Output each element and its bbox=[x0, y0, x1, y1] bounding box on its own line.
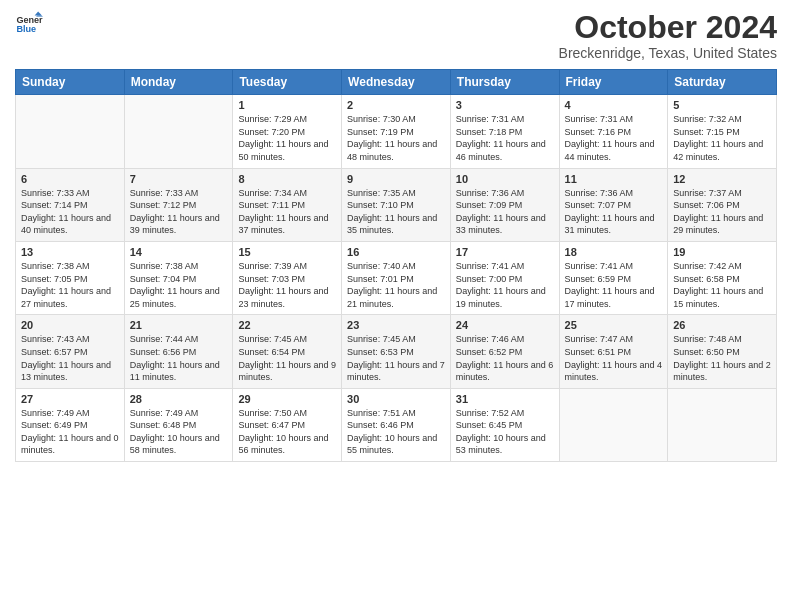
calendar-cell: 6Sunrise: 7:33 AMSunset: 7:14 PMDaylight… bbox=[16, 168, 125, 241]
day-info: Sunrise: 7:35 AMSunset: 7:10 PMDaylight:… bbox=[347, 187, 445, 237]
day-number: 12 bbox=[673, 173, 771, 185]
day-number: 20 bbox=[21, 319, 119, 331]
calendar-cell: 21Sunrise: 7:44 AMSunset: 6:56 PMDayligh… bbox=[124, 315, 233, 388]
calendar-cell: 8Sunrise: 7:34 AMSunset: 7:11 PMDaylight… bbox=[233, 168, 342, 241]
day-number: 2 bbox=[347, 99, 445, 111]
header: General Blue October 2024 Breckenridge, … bbox=[15, 10, 777, 61]
day-number: 5 bbox=[673, 99, 771, 111]
logo: General Blue bbox=[15, 10, 43, 38]
day-number: 23 bbox=[347, 319, 445, 331]
day-number: 1 bbox=[238, 99, 336, 111]
day-number: 19 bbox=[673, 246, 771, 258]
day-info: Sunrise: 7:31 AMSunset: 7:18 PMDaylight:… bbox=[456, 113, 554, 163]
calendar-cell bbox=[16, 95, 125, 168]
header-wednesday: Wednesday bbox=[342, 70, 451, 95]
calendar-cell bbox=[124, 95, 233, 168]
day-info: Sunrise: 7:32 AMSunset: 7:15 PMDaylight:… bbox=[673, 113, 771, 163]
calendar-cell: 27Sunrise: 7:49 AMSunset: 6:49 PMDayligh… bbox=[16, 388, 125, 461]
calendar-title: October 2024 bbox=[559, 10, 777, 45]
calendar-table: Sunday Monday Tuesday Wednesday Thursday… bbox=[15, 69, 777, 462]
day-info: Sunrise: 7:52 AMSunset: 6:45 PMDaylight:… bbox=[456, 407, 554, 457]
day-info: Sunrise: 7:44 AMSunset: 6:56 PMDaylight:… bbox=[130, 333, 228, 383]
day-info: Sunrise: 7:36 AMSunset: 7:07 PMDaylight:… bbox=[565, 187, 663, 237]
day-info: Sunrise: 7:45 AMSunset: 6:54 PMDaylight:… bbox=[238, 333, 336, 383]
calendar-cell: 19Sunrise: 7:42 AMSunset: 6:58 PMDayligh… bbox=[668, 241, 777, 314]
day-info: Sunrise: 7:43 AMSunset: 6:57 PMDaylight:… bbox=[21, 333, 119, 383]
day-info: Sunrise: 7:49 AMSunset: 6:49 PMDaylight:… bbox=[21, 407, 119, 457]
day-number: 4 bbox=[565, 99, 663, 111]
day-info: Sunrise: 7:41 AMSunset: 6:59 PMDaylight:… bbox=[565, 260, 663, 310]
page: General Blue October 2024 Breckenridge, … bbox=[0, 0, 792, 612]
day-number: 17 bbox=[456, 246, 554, 258]
day-info: Sunrise: 7:49 AMSunset: 6:48 PMDaylight:… bbox=[130, 407, 228, 457]
calendar-cell: 7Sunrise: 7:33 AMSunset: 7:12 PMDaylight… bbox=[124, 168, 233, 241]
day-number: 7 bbox=[130, 173, 228, 185]
calendar-cell: 1Sunrise: 7:29 AMSunset: 7:20 PMDaylight… bbox=[233, 95, 342, 168]
day-number: 9 bbox=[347, 173, 445, 185]
header-sunday: Sunday bbox=[16, 70, 125, 95]
day-info: Sunrise: 7:51 AMSunset: 6:46 PMDaylight:… bbox=[347, 407, 445, 457]
day-number: 22 bbox=[238, 319, 336, 331]
calendar-subtitle: Breckenridge, Texas, United States bbox=[559, 45, 777, 61]
calendar-cell: 4Sunrise: 7:31 AMSunset: 7:16 PMDaylight… bbox=[559, 95, 668, 168]
day-number: 28 bbox=[130, 393, 228, 405]
calendar-cell: 26Sunrise: 7:48 AMSunset: 6:50 PMDayligh… bbox=[668, 315, 777, 388]
day-number: 14 bbox=[130, 246, 228, 258]
calendar-cell: 9Sunrise: 7:35 AMSunset: 7:10 PMDaylight… bbox=[342, 168, 451, 241]
day-info: Sunrise: 7:38 AMSunset: 7:05 PMDaylight:… bbox=[21, 260, 119, 310]
day-info: Sunrise: 7:48 AMSunset: 6:50 PMDaylight:… bbox=[673, 333, 771, 383]
calendar-week-row: 27Sunrise: 7:49 AMSunset: 6:49 PMDayligh… bbox=[16, 388, 777, 461]
header-tuesday: Tuesday bbox=[233, 70, 342, 95]
day-number: 29 bbox=[238, 393, 336, 405]
calendar-cell: 30Sunrise: 7:51 AMSunset: 6:46 PMDayligh… bbox=[342, 388, 451, 461]
day-number: 13 bbox=[21, 246, 119, 258]
svg-text:Blue: Blue bbox=[16, 24, 36, 34]
calendar-cell: 14Sunrise: 7:38 AMSunset: 7:04 PMDayligh… bbox=[124, 241, 233, 314]
calendar-cell: 10Sunrise: 7:36 AMSunset: 7:09 PMDayligh… bbox=[450, 168, 559, 241]
calendar-cell: 12Sunrise: 7:37 AMSunset: 7:06 PMDayligh… bbox=[668, 168, 777, 241]
day-info: Sunrise: 7:38 AMSunset: 7:04 PMDaylight:… bbox=[130, 260, 228, 310]
day-info: Sunrise: 7:47 AMSunset: 6:51 PMDaylight:… bbox=[565, 333, 663, 383]
day-number: 30 bbox=[347, 393, 445, 405]
day-number: 18 bbox=[565, 246, 663, 258]
calendar-cell: 23Sunrise: 7:45 AMSunset: 6:53 PMDayligh… bbox=[342, 315, 451, 388]
logo-icon: General Blue bbox=[15, 10, 43, 38]
calendar-cell: 24Sunrise: 7:46 AMSunset: 6:52 PMDayligh… bbox=[450, 315, 559, 388]
weekday-header-row: Sunday Monday Tuesday Wednesday Thursday… bbox=[16, 70, 777, 95]
day-info: Sunrise: 7:40 AMSunset: 7:01 PMDaylight:… bbox=[347, 260, 445, 310]
day-number: 15 bbox=[238, 246, 336, 258]
header-friday: Friday bbox=[559, 70, 668, 95]
day-number: 3 bbox=[456, 99, 554, 111]
calendar-cell: 16Sunrise: 7:40 AMSunset: 7:01 PMDayligh… bbox=[342, 241, 451, 314]
day-info: Sunrise: 7:41 AMSunset: 7:00 PMDaylight:… bbox=[456, 260, 554, 310]
day-number: 27 bbox=[21, 393, 119, 405]
day-number: 31 bbox=[456, 393, 554, 405]
calendar-cell: 20Sunrise: 7:43 AMSunset: 6:57 PMDayligh… bbox=[16, 315, 125, 388]
day-info: Sunrise: 7:34 AMSunset: 7:11 PMDaylight:… bbox=[238, 187, 336, 237]
day-number: 21 bbox=[130, 319, 228, 331]
calendar-cell: 15Sunrise: 7:39 AMSunset: 7:03 PMDayligh… bbox=[233, 241, 342, 314]
calendar-week-row: 1Sunrise: 7:29 AMSunset: 7:20 PMDaylight… bbox=[16, 95, 777, 168]
calendar-cell: 31Sunrise: 7:52 AMSunset: 6:45 PMDayligh… bbox=[450, 388, 559, 461]
calendar-cell: 17Sunrise: 7:41 AMSunset: 7:00 PMDayligh… bbox=[450, 241, 559, 314]
day-number: 11 bbox=[565, 173, 663, 185]
day-info: Sunrise: 7:45 AMSunset: 6:53 PMDaylight:… bbox=[347, 333, 445, 383]
day-info: Sunrise: 7:33 AMSunset: 7:14 PMDaylight:… bbox=[21, 187, 119, 237]
calendar-cell: 28Sunrise: 7:49 AMSunset: 6:48 PMDayligh… bbox=[124, 388, 233, 461]
day-number: 10 bbox=[456, 173, 554, 185]
day-number: 25 bbox=[565, 319, 663, 331]
calendar-cell: 13Sunrise: 7:38 AMSunset: 7:05 PMDayligh… bbox=[16, 241, 125, 314]
day-number: 16 bbox=[347, 246, 445, 258]
day-info: Sunrise: 7:42 AMSunset: 6:58 PMDaylight:… bbox=[673, 260, 771, 310]
day-info: Sunrise: 7:33 AMSunset: 7:12 PMDaylight:… bbox=[130, 187, 228, 237]
day-number: 24 bbox=[456, 319, 554, 331]
day-info: Sunrise: 7:37 AMSunset: 7:06 PMDaylight:… bbox=[673, 187, 771, 237]
calendar-cell: 2Sunrise: 7:30 AMSunset: 7:19 PMDaylight… bbox=[342, 95, 451, 168]
calendar-cell: 3Sunrise: 7:31 AMSunset: 7:18 PMDaylight… bbox=[450, 95, 559, 168]
calendar-cell: 29Sunrise: 7:50 AMSunset: 6:47 PMDayligh… bbox=[233, 388, 342, 461]
day-number: 8 bbox=[238, 173, 336, 185]
calendar-week-row: 20Sunrise: 7:43 AMSunset: 6:57 PMDayligh… bbox=[16, 315, 777, 388]
day-info: Sunrise: 7:36 AMSunset: 7:09 PMDaylight:… bbox=[456, 187, 554, 237]
day-info: Sunrise: 7:31 AMSunset: 7:16 PMDaylight:… bbox=[565, 113, 663, 163]
calendar-cell bbox=[559, 388, 668, 461]
